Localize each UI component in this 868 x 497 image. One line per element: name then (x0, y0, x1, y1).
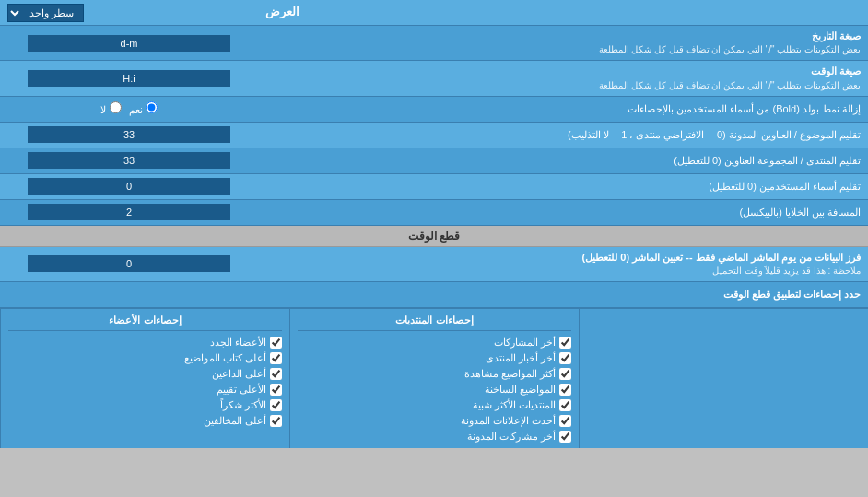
empty-col (579, 309, 868, 448)
member-checkbox-item-3[interactable]: أعلى الداعين (8, 366, 282, 382)
date-input[interactable] (28, 35, 230, 52)
bold-no-label[interactable]: لا (100, 101, 121, 116)
checkbox-5[interactable] (559, 399, 571, 411)
time-label: صيغة الوقت بعض التكوينات يتطلب "/" التي … (258, 61, 868, 95)
checkbox-2[interactable] (559, 352, 571, 364)
time-filter-input[interactable] (28, 255, 230, 272)
date-row: صيغة التاريخ بعض التكوينات يتطلب "/" الت… (0, 26, 868, 61)
time-section-header: قطع الوقت (0, 226, 868, 247)
gap-row: المسافة بين الخلايا (بالبيكسل) (0, 200, 868, 226)
bold-no-radio[interactable] (110, 101, 122, 113)
member-checkbox-item-2[interactable]: أعلى كتاب المواضيع (8, 350, 282, 366)
subject-input-cell[interactable] (0, 124, 258, 145)
gap-input[interactable] (28, 204, 230, 220)
member-checkbox-3[interactable] (270, 368, 282, 380)
date-input-cell[interactable] (0, 33, 258, 53)
checkbox-4[interactable] (559, 384, 571, 396)
usernames-input-cell[interactable] (0, 176, 258, 196)
gap-label: المسافة بين الخلايا (بالبيكسل) (258, 202, 868, 223)
bold-label: إزالة نمط بولد (Bold) من أسماء المستخدمي… (258, 99, 868, 120)
member-stats-header: إحصاءات الأعضاء (8, 313, 282, 331)
checkbox-item-5[interactable]: المنتديات الأكثر شبية (298, 397, 571, 413)
time-filter-label: فرز البيانات من يوم الماشر الماضي فقط --… (258, 247, 868, 281)
stats-limit-empty (0, 293, 258, 297)
bold-radio-group: نعم لا (93, 100, 164, 118)
ardr-label: العرض (258, 0, 868, 24)
checkbox-item-4[interactable]: المواضيع الساخنة (298, 382, 571, 397)
forum-input-cell[interactable] (0, 150, 258, 171)
member-checkbox-6[interactable] (270, 415, 282, 427)
checkbox-item-6[interactable]: أحدث الإعلانات المدونة (298, 413, 571, 429)
time-input-cell[interactable] (0, 68, 258, 89)
date-label: صيغة التاريخ بعض التكوينات يتطلب "/" الت… (258, 26, 868, 60)
member-stats-col: إحصاءات الأعضاء الأعضاء الجدد أعلى كتاب … (0, 309, 289, 448)
forum-stats-header: إحصاءات المنتديات (298, 313, 571, 331)
bold-yes-label[interactable]: نعم (129, 101, 158, 116)
usernames-label: تقليم أسماء المستخدمين (0 للتعطيل) (258, 176, 868, 197)
checkbox-3[interactable] (559, 368, 571, 380)
member-checkbox-item-4[interactable]: الأعلى تقييم (8, 382, 282, 397)
checkbox-7[interactable] (559, 431, 571, 443)
member-checkbox-item-5[interactable]: الأكثر شكراً (8, 397, 282, 413)
gap-input-cell[interactable] (0, 202, 258, 222)
subject-input[interactable] (28, 126, 230, 143)
member-checkbox-1[interactable] (270, 337, 282, 349)
forum-stats-col: إحصاءات المنتديات أخر المشاركات أخر أخبا… (289, 309, 579, 448)
usernames-input[interactable] (28, 178, 230, 195)
display-select[interactable]: سطر واحد (7, 4, 84, 22)
checkboxes-container: إحصاءات المنتديات أخر المشاركات أخر أخبا… (0, 308, 868, 448)
time-input[interactable] (28, 70, 230, 87)
time-filter-input-cell[interactable] (0, 254, 258, 274)
subject-label: تقليم الموضوع / العناوين المدونة (0 -- ا… (258, 124, 868, 146)
usernames-row: تقليم أسماء المستخدمين (0 للتعطيل) (0, 174, 868, 200)
checkbox-item-2[interactable]: أخر أخبار المنتدى (298, 350, 571, 366)
forum-input[interactable] (28, 152, 230, 169)
checkbox-6[interactable] (559, 415, 571, 427)
checkbox-item-1[interactable]: أخر المشاركات (298, 335, 571, 350)
member-checkbox-item-6[interactable]: أعلى المخالفين (8, 413, 282, 429)
bold-row: إزالة نمط بولد (Bold) من أسماء المستخدمي… (0, 97, 868, 123)
checkbox-item-7[interactable]: أخر مشاركات المدونة (298, 429, 571, 444)
forum-row: تقليم المنتدى / المجموعة العناوين (0 للت… (0, 148, 868, 174)
time-row: صيغة الوقت بعض التكوينات يتطلب "/" التي … (0, 61, 868, 96)
member-checkbox-2[interactable] (270, 352, 282, 364)
subject-row: تقليم الموضوع / العناوين المدونة (0 -- ا… (0, 123, 868, 148)
bold-yes-radio[interactable] (146, 101, 158, 113)
checkbox-1[interactable] (559, 337, 571, 349)
member-checkbox-5[interactable] (270, 399, 282, 411)
header-row: العرض سطر واحد (0, 0, 868, 26)
member-checkbox-item-1[interactable]: الأعضاء الجدد (8, 335, 282, 350)
member-checkbox-4[interactable] (270, 384, 282, 396)
forum-label: تقليم المنتدى / المجموعة العناوين (0 للت… (258, 150, 868, 172)
checkbox-item-3[interactable]: أكثر المواضيع مشاهدة (298, 366, 571, 382)
stats-limit-row: حدد إحصاءات لتطبيق قطع الوقت (0, 282, 868, 308)
bold-radio-cell[interactable]: نعم لا (0, 98, 258, 120)
stats-limit-label: حدد إحصاءات لتطبيق قطع الوقت (258, 284, 868, 305)
dropdown-cell[interactable]: سطر واحد (0, 2, 258, 24)
time-filter-row: فرز البيانات من يوم الماشر الماضي فقط --… (0, 247, 868, 282)
